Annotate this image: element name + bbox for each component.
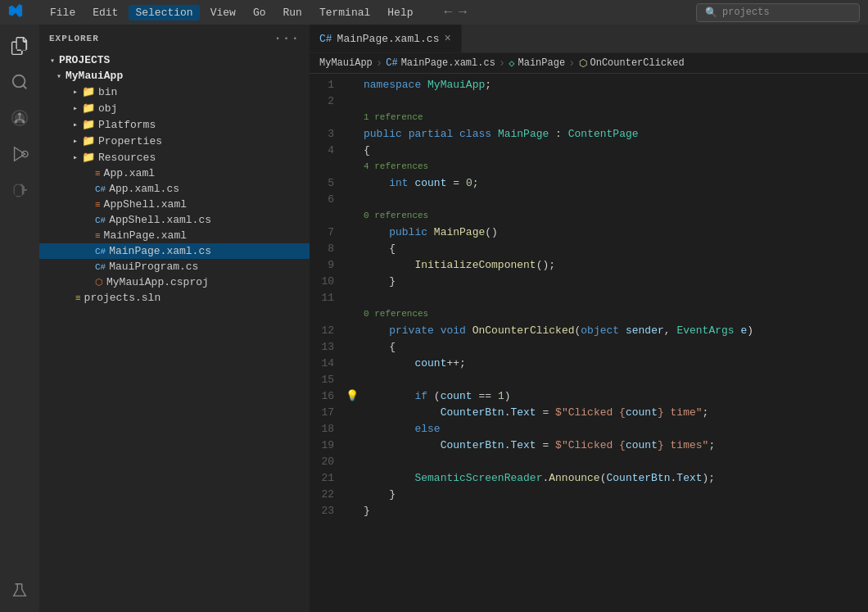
mainpage-xaml-label: MainPage.xaml [104, 229, 187, 242]
tab-mainpage-xaml-cs[interactable]: C# MainPage.xaml.cs × [310, 25, 462, 52]
code-line-18: 18 else [310, 421, 868, 437]
search-box[interactable]: 🔍 projects [696, 3, 860, 22]
svg-point-0 [13, 75, 25, 88]
code-line-4: 4 { [310, 143, 868, 159]
nav-back[interactable]: ← [445, 5, 453, 20]
line-num-21: 21 [310, 470, 344, 487]
sidebar-item-mymauiapp[interactable]: ▾ MyMauiApp [39, 68, 310, 84]
line-gutter-16[interactable]: 💡 [344, 388, 360, 405]
menu-selection[interactable]: Selection [129, 5, 199, 20]
breadcrumb-method[interactable]: ⬡ OnCounterClicked [579, 57, 685, 70]
sidebar-item-properties[interactable]: ▸ 📁 Properties [39, 133, 310, 149]
resources-arrow: ▸ [69, 152, 82, 162]
svg-marker-8 [15, 147, 25, 161]
sidebar-item-resources[interactable]: ▸ 📁 Resources [39, 149, 310, 165]
sidebar-item-platforms[interactable]: ▸ 📁 Platforms [39, 116, 310, 133]
code-editor[interactable]: 1 namespace MyMauiApp; 2 3 1 reference 3 [310, 74, 868, 612]
bin-arrow: ▸ [69, 87, 82, 97]
sidebar-title: Explorer [49, 34, 99, 43]
lightbulb-icon[interactable]: 💡 [346, 388, 359, 405]
editor-area: C# MainPage.xaml.cs × MyMauiApp › C# Mai… [310, 25, 868, 612]
sidebar-item-mainpage-xaml-cs[interactable]: ▸ C# MainPage.xaml.cs [39, 243, 310, 259]
sidebar-item-bin[interactable]: ▸ 📁 bin [39, 84, 310, 100]
svg-line-7 [20, 120, 24, 120]
code-line-14: 14 count++; [310, 356, 868, 372]
activity-extensions[interactable] [5, 175, 34, 205]
line-num-3: 3 [310, 126, 344, 143]
line-content-18: else [360, 421, 868, 437]
breadcrumb-file[interactable]: C# MainPage.xaml.cs [386, 57, 495, 69]
mainpage-xaml-cs-label: MainPage.xaml.cs [109, 245, 211, 257]
breadcrumb-class-icon: ◇ [509, 57, 514, 70]
sidebar-item-mymauiapp-csproj[interactable]: ▸ ⬡ MyMauiApp.csproj [39, 274, 310, 290]
tab-bar: C# MainPage.xaml.cs × [310, 25, 868, 53]
menu-view[interactable]: View [204, 5, 242, 20]
menu-terminal[interactable]: Terminal [313, 5, 377, 20]
sidebar-item-mainpage-xaml[interactable]: ▸ ≡ MainPage.xaml [39, 228, 310, 243]
line-content-8: { [360, 241, 868, 257]
code-line-6: 6 [310, 192, 868, 208]
activity-run[interactable] [5, 139, 34, 169]
line-num-12: 12 [310, 323, 344, 339]
tab-close-button[interactable]: × [444, 32, 450, 45]
line-num-17: 17 [310, 405, 344, 421]
code-line-7: 7 public MainPage() [310, 224, 868, 241]
activity-flask[interactable] [5, 576, 34, 605]
line-content-12: private void OnCounterClicked(object sen… [360, 323, 868, 339]
mauiprogram-label: MauiProgram.cs [109, 261, 198, 273]
projects-label: PROJECTS [59, 54, 110, 66]
activity-search[interactable] [5, 67, 34, 97]
breadcrumb-mymauiapp[interactable]: MyMauiApp [319, 57, 373, 69]
search-icon: 🔍 [705, 7, 717, 19]
code-ref-7: 7 0 references [310, 208, 868, 224]
titlebar: File Edit Selection View Go Run Terminal… [0, 0, 868, 25]
activity-explorer[interactable] [5, 31, 34, 61]
line-content-10: } [360, 274, 868, 290]
svg-line-6 [16, 120, 20, 120]
sidebar-item-app-xaml[interactable]: ▸ ≡ App.xaml [39, 165, 310, 181]
sidebar-item-appshell-xaml[interactable]: ▸ ≡ AppShell.xaml [39, 197, 310, 212]
line-num-14: 14 [310, 356, 344, 372]
sidebar-item-projects-sln[interactable]: ▸ ≡ projects.sln [39, 290, 310, 306]
sidebar-item-obj[interactable]: ▸ 📁 obj [39, 100, 310, 116]
line-num-9: 9 [310, 257, 344, 274]
line-num-10: 10 [310, 274, 344, 290]
line-content-14: count++; [360, 356, 868, 372]
menu-go[interactable]: Go [246, 5, 273, 20]
appshell-xaml-cs-label: AppShell.xaml.cs [109, 214, 211, 226]
sidebar-more-button[interactable]: ··· [274, 31, 300, 46]
line-num-19: 19 [310, 437, 344, 454]
sidebar-item-mauiprogram-cs[interactable]: ▸ C# MauiProgram.cs [39, 259, 310, 274]
code-line-12: 12 private void OnCounterClicked(object … [310, 323, 868, 339]
nav-forward[interactable]: → [459, 5, 467, 20]
line-content-3: public partial class MainPage : ContentP… [360, 126, 868, 143]
menu-file[interactable]: File [43, 5, 82, 20]
sidebar-item-appshell-xaml-cs[interactable]: ▸ C# AppShell.xaml.cs [39, 212, 310, 228]
sidebar-item-app-xaml-cs[interactable]: ▸ C# App.xaml.cs [39, 181, 310, 197]
breadcrumb-class[interactable]: ◇ MainPage [509, 57, 565, 70]
menu-edit[interactable]: Edit [86, 5, 124, 20]
line-num-4: 4 [310, 143, 344, 159]
tab-label: MainPage.xaml.cs [337, 33, 440, 45]
code-line-16: 16 💡 if (count == 1) [310, 388, 868, 405]
code-line-21: 21 SemanticScreenReader.Announce(Counter… [310, 470, 868, 487]
activity-git[interactable] [5, 103, 34, 133]
line-content-1: namespace MyMauiApp; [360, 77, 868, 93]
ref-label-3: 1 reference [360, 110, 423, 125]
line-content-23: } [360, 503, 868, 519]
breadcrumb-sep-2: › [499, 57, 505, 70]
menu-help[interactable]: Help [381, 5, 419, 20]
menu-run[interactable]: Run [276, 5, 308, 20]
code-line-2: 2 [310, 93, 868, 110]
svg-point-4 [22, 120, 25, 124]
projects-section[interactable]: ▾ PROJECTS [39, 52, 310, 68]
code-line-13: 13 { [310, 339, 868, 356]
sidebar: Explorer ··· ▾ PROJECTS ▾ MyMauiApp ▸ 📁 … [39, 25, 310, 612]
line-content-13: { [360, 339, 868, 356]
breadcrumb-sep-1: › [376, 57, 382, 70]
projects-arrow: ▾ [46, 56, 59, 66]
appshell-xaml-label: AppShell.xaml [104, 198, 187, 211]
activity-bar [0, 25, 39, 612]
line-content-17: CounterBtn.Text = $"Clicked {count} time… [360, 405, 868, 421]
ref-label-5: 4 references [360, 159, 428, 174]
